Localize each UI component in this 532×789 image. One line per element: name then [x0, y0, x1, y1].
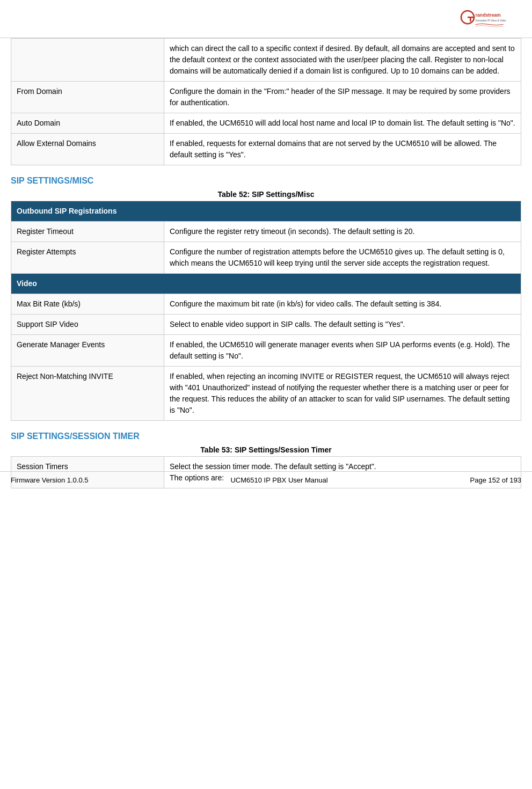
- table-row: Generate Manager EventsIf enabled, the U…: [11, 335, 521, 367]
- footer-product: UCM6510 IP PBX User Manual: [230, 476, 327, 484]
- row-label: Reject Non-Matching INVITE: [11, 367, 164, 421]
- row-value: If enabled, the UCM6510 will generate ma…: [164, 335, 521, 367]
- content: which can direct the call to a specific …: [0, 38, 532, 488]
- top-continuation-table: which can direct the call to a specific …: [11, 38, 521, 165]
- row-label: Auto Domain: [11, 113, 164, 134]
- table-row: Reject Non-Matching INVITEIf enabled, wh…: [11, 367, 521, 421]
- svg-text:Innovative IP Voice & Video: Innovative IP Voice & Video: [476, 19, 506, 22]
- table-row: Register AttemptsConfigure the number of…: [11, 242, 521, 274]
- table-row: From DomainConfigure the domain in the "…: [11, 82, 521, 113]
- table-row: Register TimeoutConfigure the register r…: [11, 222, 521, 242]
- misc-table: Outbound SIP RegistrationsRegister Timeo…: [11, 201, 521, 421]
- table-row: Video: [11, 274, 521, 294]
- row-label: Register Attempts: [11, 242, 164, 274]
- row-value: Configure the number of registration att…: [164, 242, 521, 274]
- row-value: Configure the maximum bit rate (in kb/s)…: [164, 294, 521, 315]
- row-label: Generate Manager Events: [11, 335, 164, 367]
- header: randstream Innovative IP Voice & Video: [0, 0, 532, 38]
- session-table-caption: Table 53: SIP Settings/Session Timer: [11, 445, 521, 454]
- row-label: [11, 39, 164, 82]
- section-header-cell: Outbound SIP Registrations: [11, 201, 521, 222]
- table-row: Max Bit Rate (kb/s)Configure the maximum…: [11, 294, 521, 315]
- table-row: which can direct the call to a specific …: [11, 39, 521, 82]
- row-label: Register Timeout: [11, 222, 164, 242]
- logo-area: randstream Innovative IP Voice & Video: [457, 5, 521, 35]
- grandstream-logo: randstream Innovative IP Voice & Video: [457, 5, 521, 35]
- svg-text:randstream: randstream: [476, 12, 501, 18]
- misc-table-caption: Table 52: SIP Settings/Misc: [11, 190, 521, 199]
- row-value: If enabled, requests for external domain…: [164, 134, 521, 165]
- row-value: If enabled, when rejecting an incoming I…: [164, 367, 521, 421]
- row-label: From Domain: [11, 82, 164, 113]
- row-value: Configure the register retry timeout (in…: [164, 222, 521, 242]
- row-value: Configure the domain in the "From:" head…: [164, 82, 521, 113]
- table-row: Support SIP VideoSelect to enable video …: [11, 315, 521, 335]
- footer-firmware: Firmware Version 1.0.0.5: [11, 476, 89, 484]
- row-label: Support SIP Video: [11, 315, 164, 335]
- footer: Firmware Version 1.0.0.5 UCM6510 IP PBX …: [0, 471, 532, 488]
- row-label: Max Bit Rate (kb/s): [11, 294, 164, 315]
- table-row: Allow External DomainsIf enabled, reques…: [11, 134, 521, 165]
- section-header-cell: Video: [11, 274, 521, 294]
- row-value: which can direct the call to a specific …: [164, 39, 521, 82]
- row-label: Allow External Domains: [11, 134, 164, 165]
- session-section-heading: SIP SETTINGS/SESSION TIMER: [11, 432, 521, 441]
- row-value: Select to enable video support in SIP ca…: [164, 315, 521, 335]
- table-row: Outbound SIP Registrations: [11, 201, 521, 222]
- footer-page: Page 152 of 193: [470, 476, 521, 484]
- row-value: If enabled, the UCM6510 will add local h…: [164, 113, 521, 134]
- page-wrapper: randstream Innovative IP Voice & Video w…: [0, 0, 532, 488]
- table-row: Auto DomainIf enabled, the UCM6510 will …: [11, 113, 521, 134]
- misc-section-heading: SIP SETTINGS/MISC: [11, 176, 521, 186]
